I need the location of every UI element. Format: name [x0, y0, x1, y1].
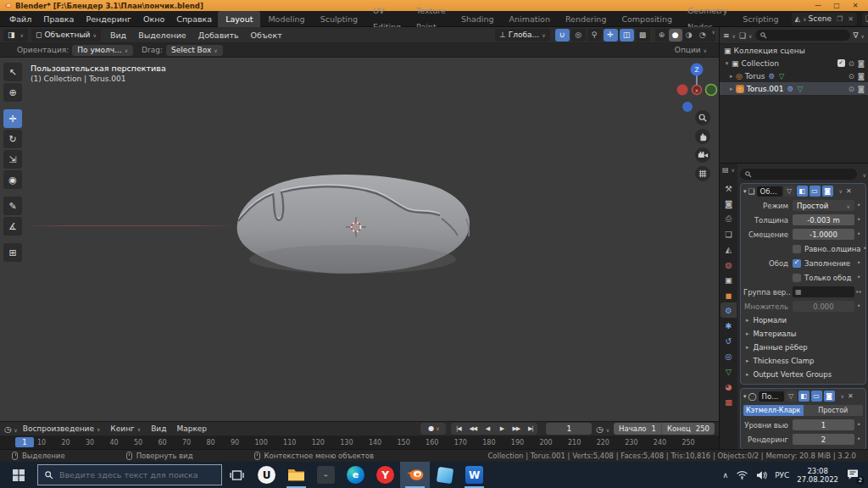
- timecode-clock-icon[interactable]: ◷: [596, 424, 609, 434]
- workspace-tab[interactable]: Scripting: [735, 11, 786, 27]
- playback-menu[interactable]: Воспроизведение: [18, 424, 106, 433]
- tool-button[interactable]: ↻: [3, 130, 22, 148]
- header-toggle-button[interactable]: ▩: [636, 29, 650, 42]
- properties-tab[interactable]: ▽: [721, 363, 737, 379]
- playback-button[interactable]: ▶▶: [509, 423, 523, 435]
- menu-item[interactable]: Файл: [3, 11, 37, 27]
- properties-tab[interactable]: ◕: [721, 379, 737, 394]
- camera-view-button[interactable]: [695, 147, 710, 163]
- scene-selector[interactable]: ◭ Scene ❐ ✕: [792, 13, 857, 25]
- workspace-tab[interactable]: Layout: [218, 11, 260, 27]
- mode-selector[interactable]: ◻ Объектный: [31, 29, 101, 42]
- playback-button[interactable]: ▶: [494, 423, 509, 435]
- orientation-setting-dropdown[interactable]: По умолч...: [72, 45, 133, 56]
- edge-browser-button[interactable]: e: [341, 462, 370, 488]
- playback-button[interactable]: |◀: [451, 423, 465, 435]
- properties-tab[interactable]: ⚙: [721, 302, 737, 318]
- properties-tab[interactable]: ↺: [721, 333, 737, 348]
- editor-type-button[interactable]: ◨: [3, 29, 28, 42]
- viewport-menu-item[interactable]: Добавить: [192, 27, 245, 43]
- workspace-tab[interactable]: Shading: [453, 11, 502, 27]
- timeline-ruler[interactable]: 1 10203040506070809010011012013014015016…: [0, 436, 719, 449]
- window-control-button[interactable]: ✕: [846, 2, 865, 9]
- workspace-tab[interactable]: Sculpting: [313, 11, 365, 27]
- viewport-3d[interactable]: Пользовательская перспектива (1) Collect…: [0, 58, 719, 421]
- workspace-tab[interactable]: Animation: [501, 11, 557, 27]
- wifi-icon[interactable]: [736, 470, 748, 480]
- animate-dot[interactable]: •: [860, 245, 868, 252]
- orientation-dropdown[interactable]: ⊥ Глоба...: [495, 29, 550, 42]
- rim-fill-checkbox[interactable]: [793, 259, 801, 268]
- viewport-menu-item[interactable]: Выделение: [132, 27, 192, 43]
- properties-tab[interactable]: ⚒: [721, 180, 737, 196]
- render-camera-icon[interactable]: ◙: [858, 72, 865, 80]
- properties-tab[interactable]: ◙: [721, 196, 737, 211]
- options-dropdown[interactable]: Опции: [675, 46, 707, 54]
- shading-mode-button[interactable]: ●: [669, 29, 682, 42]
- file-explorer-button[interactable]: [281, 462, 311, 488]
- properties-tab[interactable]: ◍: [721, 257, 737, 272]
- outliner-row-scene-collection[interactable]: ▣ Коллекция сцены: [720, 44, 868, 57]
- modifier-name-field[interactable]: По...: [759, 391, 784, 402]
- vertex-group-field[interactable]: ▦: [793, 286, 854, 297]
- properties-tab[interactable]: ▣: [721, 272, 737, 287]
- render-toggle[interactable]: ◙: [822, 186, 833, 197]
- subsurf-panel-header[interactable]: ▾ ◯ По... ▽ ◧ ▭ ◙ ✕: [741, 389, 865, 403]
- outliner-display-mode-icon[interactable]: ❏: [739, 31, 752, 40]
- playhead-badge[interactable]: 1: [15, 437, 34, 447]
- close-icon[interactable]: ✕: [848, 15, 854, 23]
- filter-icon[interactable]: ∇: [854, 31, 865, 40]
- current-frame-field[interactable]: 1: [546, 423, 592, 435]
- properties-tab[interactable]: ◎: [721, 348, 737, 363]
- eye-icon[interactable]: ⊙: [849, 59, 854, 68]
- header-toggle-button[interactable]: ⚲: [587, 29, 602, 42]
- factor-field[interactable]: 0.000: [793, 301, 854, 312]
- rim-only-checkbox[interactable]: [793, 274, 801, 282]
- dark-app-button[interactable]: ⌁: [311, 462, 341, 488]
- tool-button[interactable]: ✎: [3, 197, 22, 215]
- panel-expand-icon[interactable]: ▾: [743, 188, 747, 195]
- outliner-editor-icon[interactable]: ≡: [723, 31, 736, 40]
- tool-button[interactable]: ↖: [3, 63, 22, 81]
- viewlayer-selector[interactable]: ❏ ViewLayer ❐ ✕: [862, 13, 868, 25]
- yandex-browser-button[interactable]: Y: [370, 462, 400, 488]
- solidify-panel-header[interactable]: ▾ ❏ Об... ▽ ◧ ▭ ◙ ✕: [741, 184, 865, 198]
- tool-button[interactable]: ✛: [3, 109, 22, 128]
- language-indicator[interactable]: РУС: [775, 471, 789, 480]
- simple-button[interactable]: Простой: [804, 405, 864, 416]
- clock[interactable]: 23:08 27.08.2022: [797, 467, 838, 484]
- modifier-name-field[interactable]: Об...: [757, 186, 782, 197]
- collection-checkbox[interactable]: ✓: [837, 59, 845, 67]
- shading-mode-button[interactable]: ◑: [682, 29, 696, 42]
- collapsed-section[interactable]: ▸Материалы: [741, 327, 865, 341]
- realtime-toggle[interactable]: ▭: [810, 186, 821, 197]
- remove-modifier-icon[interactable]: ✕: [848, 392, 854, 400]
- tray-expand-icon[interactable]: ∧: [723, 471, 729, 480]
- modifier-extras-dropdown[interactable]: [837, 187, 843, 195]
- tool-button[interactable]: ⇲: [3, 150, 22, 169]
- collapsed-section[interactable]: ▸Thickness Clamp: [741, 354, 865, 368]
- collapsed-section[interactable]: ▸Output Vertex Groups: [741, 368, 865, 381]
- realtime-toggle[interactable]: ▭: [811, 391, 822, 402]
- start-button[interactable]: [0, 462, 37, 488]
- render-camera-icon[interactable]: ◙: [858, 85, 865, 93]
- collapse-arrow-icon[interactable]: ▸: [723, 73, 731, 80]
- zoom-button[interactable]: [695, 110, 710, 125]
- menu-item[interactable]: Правка: [37, 11, 80, 27]
- blender-taskbar-button[interactable]: [400, 462, 430, 488]
- render-toggle[interactable]: ◙: [824, 391, 835, 402]
- collapsed-section[interactable]: ▸Данные рёбер: [741, 341, 865, 354]
- properties-tab[interactable]: ◼: [721, 287, 737, 302]
- window-control-button[interactable]: □: [827, 2, 846, 9]
- view-menu[interactable]: Вид: [146, 424, 171, 433]
- viewport-menu-item[interactable]: Объект: [245, 27, 288, 43]
- copy-icon[interactable]: ❐: [837, 15, 843, 23]
- unreal-engine-button[interactable]: U: [252, 462, 281, 488]
- navigation-gizmo[interactable]: Z x: [676, 61, 719, 114]
- animate-dot[interactable]: •: [854, 302, 863, 310]
- workspace-tab[interactable]: Compositing: [614, 11, 680, 27]
- cage-toggle[interactable]: ◧: [797, 186, 808, 197]
- eye-icon[interactable]: ⊙: [849, 72, 854, 80]
- properties-options-icon[interactable]: [860, 169, 866, 179]
- tool-button[interactable]: ∡: [3, 217, 22, 236]
